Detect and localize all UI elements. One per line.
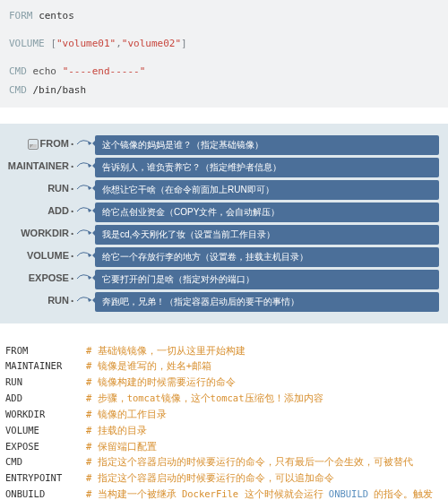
comment-keyword: WORKDIR xyxy=(5,407,86,423)
string: "volume01" xyxy=(56,38,116,49)
comment-keyword: EXPOSE xyxy=(5,439,86,455)
diagram-description: 我是cd,今天刚化了妆（设置当前工作目录） xyxy=(95,225,439,245)
comment-row: ADD# 步骤，tomcat镜像，这个tomcat压缩包！添加内容 xyxy=(5,391,443,407)
comment-keyword: MAINTAINER xyxy=(5,358,86,375)
string: "volume02" xyxy=(122,38,181,49)
diagram-keyword: WORKDIR • xyxy=(5,225,75,245)
diagram-description: 它要打开的门是啥（指定对外的端口） xyxy=(95,270,439,289)
comment-keyword: ONBUILD xyxy=(5,487,86,500)
comment-row: WORKDIR# 镜像的工作目录 xyxy=(5,407,443,423)
diagram-description: 给它点创业资金（COPY文件，会自动解压） xyxy=(95,203,439,222)
bracket: [ xyxy=(50,38,56,49)
comment-text: # 镜像的工作目录 xyxy=(86,407,167,423)
diagram-description: 给它一个存放行李的地方（设置卷，挂载主机目录） xyxy=(95,247,439,267)
comment-row: MAINTAINER# 镜像是谁写的，姓名+邮箱 xyxy=(5,358,443,375)
dockerfile-diagram: FROM •这个镜像的妈妈是谁？（指定基础镜像）MAINTAINER •告诉别人… xyxy=(0,124,448,323)
keyword: FORM xyxy=(9,10,33,22)
diagram-keyword: MAINTAINER • xyxy=(5,158,75,177)
diagram-keyword: VOLUME • xyxy=(5,247,75,267)
keyword: CMD xyxy=(9,65,27,77)
comment-text: # 挂载的目录 xyxy=(86,423,147,439)
diagram-row: WORKDIR •我是cd,今天刚化了妆（设置当前工作目录） xyxy=(5,225,439,245)
comment-row: EXPOSE# 保留端口配置 xyxy=(5,439,443,455)
image-icon xyxy=(28,139,39,150)
comment-text: # 指定这个容器启动的时候要运行的命令，只有最后一个会生效，可被替代 xyxy=(86,454,413,470)
diagram-keyword: RUN • xyxy=(5,180,75,200)
diagram-row: FROM •这个镜像的妈妈是谁？（指定基础镜像） xyxy=(5,135,439,155)
comment-row: VOLUME# 挂载的目录 xyxy=(5,423,443,439)
code-line: CMD /bin/bash xyxy=(9,82,439,100)
comment-text: # 镜像构建的时候需要运行的命令 xyxy=(86,375,236,391)
diagram-keyword: RUN • xyxy=(5,292,75,312)
diagram-keyword: EXPOSE • xyxy=(5,270,75,289)
comment-keyword: RUN xyxy=(5,375,86,391)
diagram-description: 奔跑吧，兄弟！（指定容器启动后的要干的事情） xyxy=(95,292,439,312)
diagram-description: 告诉别人，谁负责养它？（指定维护者信息） xyxy=(95,158,439,177)
diagram-row: RUN •奔跑吧，兄弟！（指定容器启动后的要干的事情） xyxy=(5,292,439,312)
keyword: CMD xyxy=(9,84,27,96)
comment-text: # 当构建一个被继承 DockerFile 这个时候就会运行 ONBUILD 的… xyxy=(86,487,443,500)
dockerfile-code-block: FORM centos VOLUME ["volume01","volume02… xyxy=(0,0,448,108)
diagram-description: 你想让它干啥（在命令前面加上RUN即可） xyxy=(95,180,439,200)
code-arg: centos xyxy=(39,10,74,22)
code-line: CMD echo "----end-----" xyxy=(9,63,439,82)
comment-keyword: VOLUME xyxy=(5,423,86,439)
comment-keyword: ADD xyxy=(5,391,86,407)
string: "----end-----" xyxy=(63,65,146,77)
diagram-row: RUN •你想让它干啥（在命令前面加上RUN即可） xyxy=(5,180,439,200)
comment-keyword: CMD xyxy=(5,454,86,470)
code-line: VOLUME ["volume01","volume02"] xyxy=(9,35,439,54)
dockerfile-comments: FROM# 基础镜镜像，一切从这里开始构建MAINTAINER# 镜像是谁写的，… xyxy=(0,343,448,500)
diagram-row: MAINTAINER •告诉别人，谁负责养它？（指定维护者信息） xyxy=(5,158,439,177)
comment-row: RUN# 镜像构建的时候需要运行的命令 xyxy=(5,375,443,391)
diagram-row: ADD •给它点创业资金（COPY文件，会自动解压） xyxy=(5,203,439,222)
diagram-keyword: ADD • xyxy=(5,203,75,222)
keyword: VOLUME xyxy=(9,38,45,49)
comment-row: ONBUILD# 当构建一个被继承 DockerFile 这个时候就会运行 ON… xyxy=(5,487,443,500)
bracket: ] xyxy=(181,38,187,49)
comment-row: CMD# 指定这个容器启动的时候要运行的命令，只有最后一个会生效，可被替代 xyxy=(5,454,443,470)
comment-keyword: FROM xyxy=(5,343,86,359)
comment-keyword: ENTRYPOINT xyxy=(5,470,86,487)
code-line: FORM centos xyxy=(9,7,439,26)
comment-text: # 基础镜镜像，一切从这里开始构建 xyxy=(86,343,246,359)
comment-row: ENTRYPOINT# 指定这个容器启动的时候要运行的命令，可以追加命令 xyxy=(5,470,443,487)
comment-text: # 步骤，tomcat镜像，这个tomcat压缩包！添加内容 xyxy=(86,391,323,407)
code-arg: /bin/bash xyxy=(33,84,87,96)
comment-text: # 保留端口配置 xyxy=(86,439,157,455)
comment-text: # 镜像是谁写的，姓名+邮箱 xyxy=(86,358,211,375)
code-cmd: echo xyxy=(33,65,57,77)
diagram-keyword: FROM • xyxy=(5,135,75,155)
comment-text: # 指定这个容器启动的时候要运行的命令，可以追加命令 xyxy=(86,470,334,487)
inline-keyword: ONBUILD xyxy=(329,488,368,499)
diagram-row: EXPOSE •它要打开的门是啥（指定对外的端口） xyxy=(5,270,439,289)
diagram-description: 这个镜像的妈妈是谁？（指定基础镜像） xyxy=(95,135,439,155)
comment-row: FROM# 基础镜镜像，一切从这里开始构建 xyxy=(5,343,443,359)
diagram-row: VOLUME •给它一个存放行李的地方（设置卷，挂载主机目录） xyxy=(5,247,439,267)
